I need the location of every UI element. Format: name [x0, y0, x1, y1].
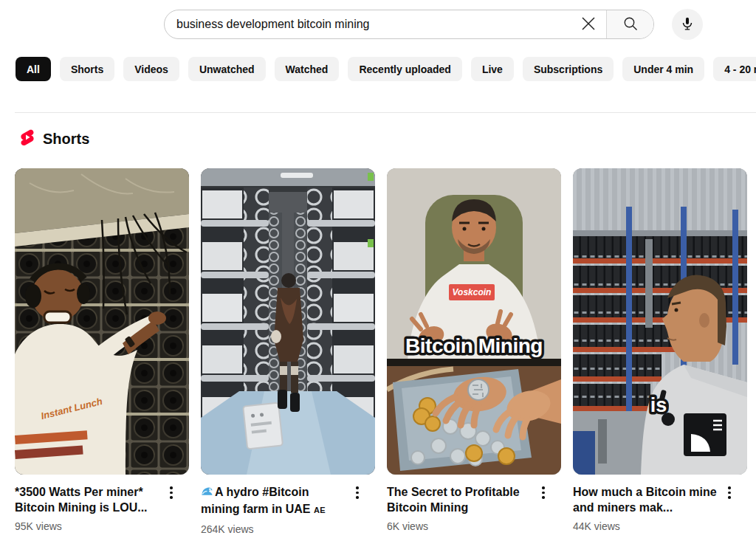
video-thumbnail-4[interactable]: is — [573, 168, 747, 475]
video-card-4: is How much a Bitcoin mine and miners ma… — [573, 168, 747, 535]
uae-flag-fallback: AE — [314, 506, 326, 514]
header-divider — [15, 112, 756, 113]
chip-videos[interactable]: Videos — [123, 57, 179, 81]
water-wave-emoji — [201, 485, 213, 501]
video-menu-button-3[interactable] — [535, 484, 552, 502]
video-meta-1: *3500 Watts Per miner* Bitcoin Mining is… — [15, 484, 189, 532]
voice-search-button[interactable] — [672, 9, 703, 40]
chip-under-4-min[interactable]: Under 4 min — [622, 57, 704, 81]
video-views-2: 264K views — [201, 523, 346, 535]
kebab-menu-icon — [542, 486, 545, 489]
clear-search-button[interactable] — [571, 10, 606, 38]
video-views-1: 95K views — [15, 520, 159, 532]
thumbnail-art-miner-wall — [15, 168, 189, 475]
kebab-menu-icon — [170, 486, 173, 489]
search-button[interactable] — [606, 10, 653, 38]
video-title-2[interactable]: A hydro #Bitcoin mining farm in UAE AE — [201, 484, 346, 518]
chip-unwatched[interactable]: Unwatched — [188, 57, 266, 81]
thumbnail-caption: Bitcoin Mining — [405, 334, 543, 357]
chip-subscriptions[interactable]: Subscriptions — [523, 57, 614, 81]
video-meta-4: How much a Bitcoin mine and miners mak..… — [573, 484, 747, 532]
chip-watched[interactable]: Watched — [275, 57, 340, 81]
shorts-section-header: Shorts — [19, 129, 89, 148]
video-menu-button-1[interactable] — [162, 484, 180, 502]
video-views-3: 6K views — [387, 520, 532, 532]
thumbnail-art-hydro-farm — [201, 168, 375, 475]
shorts-results-grid: Instant Lunch *3500 Watts Per miner* Bit… — [15, 168, 747, 535]
search-bar — [164, 10, 654, 39]
search-filter-chips: All Shorts Videos Unwatched Watched Rece… — [16, 57, 756, 82]
youtube-search-results-page: All Shorts Videos Unwatched Watched Rece… — [0, 0, 756, 558]
video-card-2: A hydro #Bitcoin mining farm in UAE AE 2… — [201, 168, 375, 535]
video-menu-button-2[interactable] — [348, 484, 366, 502]
video-card-1: Instant Lunch *3500 Watts Per miner* Bit… — [15, 168, 189, 535]
video-menu-button-4[interactable] — [721, 484, 738, 502]
thumbnail-art-voskcoin: Bitcoin Mining — [387, 168, 561, 475]
thumbnail-caption: is — [650, 394, 667, 416]
x-icon — [580, 16, 597, 34]
section-title: Shorts — [43, 131, 89, 148]
shorts-logo-icon — [19, 129, 35, 148]
kebab-menu-icon — [356, 486, 359, 489]
video-thumbnail-2[interactable] — [201, 168, 375, 475]
search-input[interactable] — [165, 10, 571, 38]
chip-4-20-min[interactable]: 4 - 20 min — [713, 57, 756, 81]
chip-live[interactable]: Live — [471, 57, 514, 81]
video-meta-3: The Secret to Profitable Bitcoin Mining … — [387, 484, 561, 532]
video-title-1[interactable]: *3500 Watts Per miner* Bitcoin Mining is… — [15, 484, 159, 515]
video-title-3[interactable]: The Secret to Profitable Bitcoin Mining — [387, 484, 532, 515]
video-meta-2: A hydro #Bitcoin mining farm in UAE AE 2… — [201, 484, 375, 535]
chip-shorts[interactable]: Shorts — [60, 57, 114, 81]
video-views-4: 44K views — [573, 520, 718, 532]
thumbnail-art-mine-warehouse: is — [573, 168, 747, 475]
video-card-3: Bitcoin Mining — [387, 168, 561, 535]
chip-all[interactable]: All — [16, 57, 51, 81]
magnifier-icon — [622, 16, 639, 34]
microphone-icon — [679, 16, 695, 34]
video-thumbnail-1[interactable]: Instant Lunch — [15, 168, 189, 475]
chip-recently-uploaded[interactable]: Recently uploaded — [348, 57, 461, 81]
video-title-4[interactable]: How much a Bitcoin mine and miners mak..… — [573, 484, 718, 515]
video-thumbnail-3[interactable]: Bitcoin Mining — [387, 168, 561, 475]
kebab-menu-icon — [728, 486, 731, 489]
